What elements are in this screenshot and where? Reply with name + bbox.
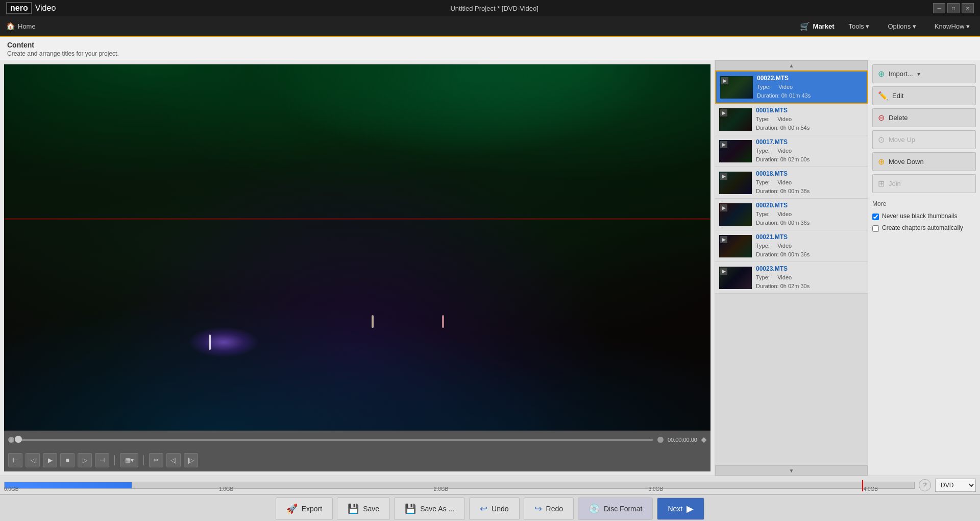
chapter-button[interactable]: ▦▾ [120, 453, 138, 467]
scrub-end-handle[interactable] [657, 437, 664, 443]
clip-thumb-icon: ▶ [720, 173, 727, 180]
import-dropdown-arrow[interactable]: ▾ [917, 70, 920, 78]
clip-name: 00023.MTS [756, 265, 864, 272]
clip-thumbnail: ▶ [719, 108, 752, 131]
never-black-checkbox[interactable] [872, 214, 879, 220]
clip-name: 00019.MTS [756, 107, 864, 114]
clip-info: 00021.MTS Type: VideoDuration: 0h 00m 36… [756, 233, 864, 258]
scroll-down-button[interactable]: ▼ [715, 465, 868, 476]
edit-button[interactable]: ✏️ Edit [872, 86, 976, 105]
market-label: Market [813, 22, 835, 30]
trim-left-button[interactable]: ◁| [166, 453, 181, 467]
video-background [4, 64, 710, 431]
titlebar: nero Video Untitled Project * [DVD-Video… [0, 0, 980, 16]
redo-button[interactable]: ↪ Redo [524, 498, 574, 520]
timecode-display: 00:00:00.00 [668, 437, 697, 443]
maximize-button[interactable]: □ [947, 3, 960, 13]
video-preview [4, 64, 710, 431]
scrub-start-handle[interactable] [8, 437, 14, 443]
marker-in-button[interactable]: ⊢ [8, 453, 22, 467]
save-label: Save [363, 505, 379, 513]
timecode-stepper[interactable] [701, 437, 706, 443]
clip-item[interactable]: ▶ 00017.MTS Type: VideoDuration: 0h 02m … [715, 135, 868, 167]
clip-item[interactable]: ▶ 00021.MTS Type: VideoDuration: 0h 00m … [715, 230, 868, 262]
discformat-icon: 💿 [589, 503, 600, 514]
clip-meta: Type: VideoDuration: 0h 02m 00s [756, 147, 864, 163]
save-as-button[interactable]: 💾 Save As ... [394, 498, 465, 520]
delete-button[interactable]: ⊖ Delete [872, 108, 976, 127]
home-menu-item[interactable]: 🏠 Home [6, 22, 36, 30]
clip-thumb-icon: ▶ [720, 268, 727, 275]
trim-right-button[interactable]: |▷ [184, 453, 198, 467]
transport-separator-2 [143, 455, 144, 465]
disc-format-button[interactable]: 💿 Disc Format [578, 498, 653, 520]
clip-item[interactable]: ▶ 00018.MTS Type: VideoDuration: 0h 00m … [715, 167, 868, 199]
tree-overlay [4, 64, 710, 266]
clip-thumb-icon: ▶ [720, 141, 727, 148]
move-up-label: Move Up [889, 136, 915, 144]
logo-video: Video [35, 4, 56, 13]
create-chapters-checkbox[interactable] [872, 225, 879, 232]
transport-controls: ⊢ ◁ ▶ ■ ▷ ⊣ ▦▾ ✂ ◁| |▷ [4, 449, 710, 471]
water-overlay [4, 248, 710, 431]
clip-thumbnail: ▶ [719, 140, 752, 162]
redo-icon: ↪ [534, 503, 542, 514]
clip-info: 00023.MTS Type: VideoDuration: 0h 02m 30… [756, 265, 864, 290]
undo-button[interactable]: ↩ Undo [469, 498, 519, 520]
never-black-checkbox-row[interactable]: Never use black thumbnails [872, 210, 976, 222]
bottom-toolbar: 🚀 Export 💾 Save 💾 Save As ... ↩ Undo ↪ R… [0, 494, 980, 521]
join-button[interactable]: ⊞ Join [872, 174, 976, 193]
next-button[interactable]: Next ▶ [657, 498, 704, 520]
move-down-button[interactable]: ⊕ Move Down [872, 152, 976, 171]
window-controls[interactable]: ─ □ ✕ [933, 3, 974, 13]
create-chapters-checkbox-row[interactable]: Create chapters automatically [872, 222, 976, 234]
clip-item[interactable]: ▶ 00020.MTS Type: VideoDuration: 0h 00m … [715, 199, 868, 230]
clip-item[interactable]: ▶ 00022.MTS Type: VideoDuration: 0h 01m … [715, 70, 868, 104]
stop-button[interactable]: ■ [60, 453, 75, 467]
scroll-up-button[interactable]: ▲ [715, 60, 868, 70]
main-area: 00:00:00.00 ⊢ ◁ ▶ ■ ▷ ⊣ ▦▾ ✂ ◁| |▷ ▲ [0, 60, 980, 476]
next-frame-button[interactable]: ▷ [78, 453, 92, 467]
market-menu-item[interactable]: 🛒 Market [800, 21, 835, 31]
more-section: More Never use black thumbnails Create c… [872, 200, 976, 234]
create-chapters-label: Create chapters automatically [882, 224, 963, 231]
move-up-button[interactable]: ⊙ Move Up [872, 130, 976, 149]
menubar: 🏠 Home 🛒 Market Tools ▾ Options ▾ KnowHo… [0, 16, 980, 37]
delete-icon: ⊖ [878, 113, 885, 123]
scrub-track[interactable] [18, 439, 653, 441]
transport-separator [114, 455, 115, 465]
timecode-up-arrow[interactable] [701, 437, 706, 440]
more-label: More [872, 200, 976, 207]
knowhow-menu[interactable]: KnowHow ▾ [930, 22, 974, 30]
play-button[interactable]: ▶ [43, 453, 57, 467]
tools-menu[interactable]: Tools ▾ [844, 22, 873, 30]
import-button[interactable]: ⊕ Import... ▾ [872, 64, 976, 83]
svg-marker-0 [9, 437, 14, 442]
options-menu[interactable]: Options ▾ [884, 22, 920, 30]
save-button[interactable]: 💾 Save [337, 498, 390, 520]
help-button[interactable]: ? [919, 479, 931, 491]
prev-frame-button[interactable]: ◁ [26, 453, 40, 467]
undo-icon: ↩ [480, 503, 487, 514]
close-button[interactable]: ✕ [962, 3, 974, 13]
clip-info: 00018.MTS Type: VideoDuration: 0h 00m 38… [756, 170, 864, 195]
marker-out-button[interactable]: ⊣ [95, 453, 109, 467]
clip-item[interactable]: ▶ 00019.MTS Type: VideoDuration: 0h 00m … [715, 104, 868, 135]
format-select[interactable]: DVD Blu-ray [935, 479, 976, 492]
clip-thumbnail: ▶ [719, 235, 752, 257]
logo-nero: nero [6, 2, 32, 14]
undo-label: Undo [492, 505, 508, 513]
redo-label: Redo [546, 505, 563, 513]
move-down-label: Move Down [889, 158, 924, 165]
scrub-handle[interactable] [15, 436, 22, 443]
performer-1 [209, 335, 211, 350]
clip-item[interactable]: ▶ 00023.MTS Type: VideoDuration: 0h 02m … [715, 262, 868, 294]
minimize-button[interactable]: ─ [933, 3, 945, 13]
timecode-down-arrow[interactable] [701, 440, 706, 443]
clip-name: 00021.MTS [756, 233, 864, 241]
export-button[interactable]: 🚀 Export [276, 498, 333, 520]
disk-label-1: 1.0GB [219, 486, 233, 492]
content-subtitle: Create and arrange titles for your proje… [7, 50, 973, 57]
cut-button[interactable]: ✂ [149, 453, 163, 467]
edit-label: Edit [892, 92, 903, 100]
